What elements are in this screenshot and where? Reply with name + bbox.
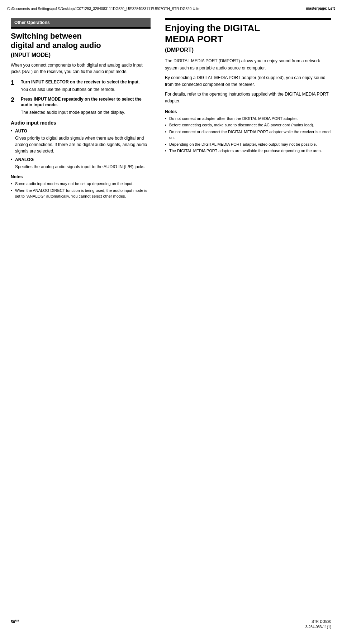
step-2: 2 Press INPUT MODE repeatedly on the rec…	[11, 96, 151, 116]
model-number: STR-DG520	[305, 619, 331, 624]
file-path: C:\Documents and Settings\pc13\Desktop\J…	[7, 6, 200, 11]
left-section-subtitle: (INPUT MODE)	[11, 52, 151, 58]
masterpage-label: masterpage: Left	[306, 6, 335, 11]
right-top-bar	[165, 18, 331, 20]
right-section-title: Enjoying the DIGITAL MEDIA PORT	[165, 23, 331, 45]
mode-auto-desc: Gives priority to digital audio signals …	[11, 135, 151, 154]
left-section-title: Switching between digital and analog aud…	[11, 32, 151, 50]
right-body-1: The DIGITAL MEDIA PORT (DMPORT) allows y…	[165, 58, 331, 71]
left-column: Other Operations Switching between digit…	[11, 18, 151, 200]
step-1-content: Turn INPUT SELECTOR on the receiver to s…	[21, 79, 151, 93]
right-note-4: Depending on the DIGITAL MEDIA PORT adap…	[165, 141, 331, 147]
left-note-2: When the ANALOG DIRECT function is being…	[11, 188, 151, 199]
other-operations-header: Other Operations	[11, 18, 151, 27]
left-notes: Notes Some audio input modes may not be …	[11, 174, 151, 199]
audio-modes-list: AUTO	[11, 128, 151, 134]
right-notes: Notes Do not connect an adapter other th…	[165, 109, 331, 154]
audio-modes-list-2: ANALOG	[11, 156, 151, 163]
step-1-number: 1	[11, 79, 18, 93]
right-note-3: Do not connect or disconnect the DIGITAL…	[165, 129, 331, 141]
right-note-2: Before connecting cords, make sure to di…	[165, 122, 331, 128]
content-area: Other Operations Switching between digit…	[0, 14, 342, 211]
top-meta-bar: C:\Documents and Settings\pc13\Desktop\J…	[0, 0, 342, 14]
step-2-body: The selected audio input mode appears on…	[21, 109, 151, 116]
part-number: 3-284-083-11(1)	[305, 624, 331, 630]
step-2-content: Press INPUT MODE repeatedly on the recei…	[21, 96, 151, 116]
mode-auto-item: AUTO	[11, 128, 151, 134]
step-2-number: 2	[11, 96, 18, 116]
page-number: 50US	[11, 619, 19, 630]
mode-analog-desc: Specifies the analog audio signals input…	[11, 164, 151, 170]
mode-analog-label: ANALOG	[15, 157, 34, 162]
page: C:\Documents and Settings\pc13\Desktop\J…	[0, 0, 342, 644]
other-operations-label: Other Operations	[14, 20, 50, 25]
right-notes-title: Notes	[165, 109, 331, 114]
step-1: 1 Turn INPUT SELECTOR on the receiver to…	[11, 79, 151, 93]
left-notes-title: Notes	[11, 174, 151, 179]
mode-analog-item: ANALOG	[11, 156, 151, 163]
mode-auto-label: AUTO	[15, 129, 27, 134]
left-notes-list: Some audio input modes may not be set up…	[11, 181, 151, 199]
section-header-bar	[11, 27, 151, 29]
right-column: Enjoying the DIGITAL MEDIA PORT (DMPORT)…	[161, 18, 331, 200]
left-note-1: Some audio input modes may not be set up…	[11, 181, 151, 187]
page-footer: 50US STR-DG520 3-284-083-11(1)	[0, 619, 342, 630]
audio-modes-title: Audio input modes	[11, 120, 151, 126]
step-1-heading: Turn INPUT SELECTOR on the receiver to s…	[21, 79, 151, 85]
step-1-body: You can also use the input buttons on th…	[21, 86, 151, 93]
footer-right: STR-DG520 3-284-083-11(1)	[305, 619, 331, 630]
right-body-3: For details, refer to the operating inst…	[165, 91, 331, 105]
right-note-1: Do not connect an adapter other than the…	[165, 116, 331, 122]
intro-text: When you connect components to both digi…	[11, 62, 151, 75]
step-2-heading: Press INPUT MODE repeatedly on the recei…	[21, 96, 151, 108]
right-notes-list: Do not connect an adapter other than the…	[165, 116, 331, 154]
right-body-2: By connecting a DIGITAL MEDIA PORT adapt…	[165, 74, 331, 88]
right-section-subtitle: (DMPORT)	[165, 47, 331, 53]
right-note-5: The DIGITAL MEDIA PORT adapters are avai…	[165, 148, 331, 154]
